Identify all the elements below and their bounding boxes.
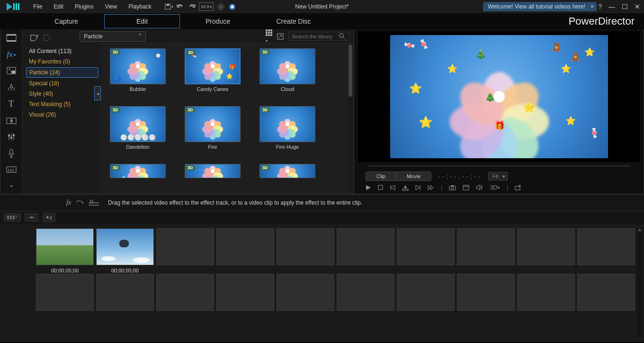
remove-tag-icon[interactable]: [43, 34, 52, 43]
category-special[interactable]: Special (18): [26, 79, 98, 88]
maximize-icon[interactable]: ☐: [620, 2, 630, 11]
storyboard-cell[interactable]: [337, 228, 394, 265]
playback-scrubber[interactable]: [367, 165, 630, 167]
minimize-icon[interactable]: —: [607, 2, 617, 11]
effect-thumb[interactable]: 3D⚪⚪⚪⚪⚪Dandelion: [110, 106, 166, 150]
media-room-icon[interactable]: [5, 33, 18, 43]
notification-icon[interactable]: [228, 2, 236, 11]
grid-view-icon[interactable]: ▾: [266, 29, 272, 44]
more-rooms-icon[interactable]: ˅: [5, 184, 18, 194]
title-room-icon[interactable]: T: [5, 99, 18, 109]
storyboard-cell[interactable]: 00;00;05;00: [36, 228, 94, 265]
effect-thumb[interactable]: 3D🔵⚪🔵Bubble: [110, 48, 166, 92]
category-particle[interactable]: Particle (24): [26, 67, 98, 78]
add-music-icon[interactable]: +♪: [46, 214, 52, 221]
add-tag-icon[interactable]: +: [30, 34, 39, 43]
seek-icon[interactable]: [402, 184, 409, 191]
pip-room-icon[interactable]: ✦: [5, 66, 18, 76]
menu-view[interactable]: View: [100, 1, 122, 12]
storyboard-cell[interactable]: [337, 274, 394, 311]
voiceover-room-icon[interactable]: [5, 148, 18, 158]
tab-produce[interactable]: Produce: [180, 15, 256, 28]
quality-icon[interactable]: [463, 185, 469, 190]
particle-room-icon[interactable]: [5, 82, 18, 92]
effect-thumb[interactable]: 3D: [185, 164, 241, 178]
prev-frame-icon[interactable]: [390, 185, 395, 190]
storyboard-cell[interactable]: [216, 274, 274, 311]
tab-create-disc[interactable]: Create Disc: [256, 15, 331, 28]
storyboard-cell[interactable]: [517, 274, 575, 311]
category-textmasking[interactable]: Text Masking (5): [26, 99, 98, 109]
category-all[interactable]: All Content (113): [26, 46, 98, 56]
effect-thumb[interactable]: 3D: [259, 164, 315, 178]
svg-rect-47: [378, 185, 383, 190]
storyboard-cell[interactable]: [96, 274, 154, 311]
snapshot-icon[interactable]: [449, 185, 456, 190]
zoom-fit-dropdown[interactable]: Fit▾: [488, 172, 507, 181]
aspect-ratio-button[interactable]: 16:9▾: [199, 2, 214, 11]
search-input[interactable]: [292, 34, 339, 39]
storyboard-cell[interactable]: [216, 228, 274, 265]
category-style[interactable]: Style (40): [26, 89, 98, 99]
scrollbar-thumb[interactable]: [349, 45, 352, 97]
undock-icon[interactable]: [515, 185, 521, 190]
storyboard-cell[interactable]: [397, 228, 455, 265]
storyboard-cell[interactable]: [577, 274, 635, 311]
search-box[interactable]: [288, 32, 350, 41]
chapter-room-icon[interactable]: 123: [5, 165, 18, 175]
fast-forward-icon[interactable]: [428, 185, 434, 190]
play-icon[interactable]: [366, 185, 371, 190]
effect-thumb[interactable]: 3DFire Huge: [259, 106, 315, 150]
timeline-scrollbar[interactable]: [637, 228, 642, 337]
settings-icon[interactable]: [216, 2, 225, 11]
undo-icon[interactable]: [176, 2, 185, 11]
storyboard-cell[interactable]: [156, 274, 214, 311]
help-icon[interactable]: ?: [596, 2, 604, 11]
audio-mix-room-icon[interactable]: [5, 132, 18, 142]
timeline-scroll-up-icon[interactable]: [638, 228, 642, 231]
redo-icon[interactable]: [188, 2, 196, 11]
effect-thumb[interactable]: 3DCloud: [259, 48, 315, 92]
3d-button[interactable]: 3D ▾: [490, 184, 500, 191]
clip-mode-button[interactable]: Clip: [366, 172, 396, 181]
preview-viewport[interactable]: 🍬 🍬 🎄 ⭐ ⭐ ⭐ ⭐ ⭐ 🧸 🧸 🎁 🎄 ⭐ 🍬 ⭐: [358, 31, 640, 162]
save-icon[interactable]: ▾: [165, 2, 173, 11]
storyboard-cell[interactable]: [36, 274, 94, 311]
effect-thumb[interactable]: 3D🍬⭐🎁Candy Canes: [185, 48, 241, 92]
library-filter-dropdown[interactable]: Particle˅: [80, 31, 146, 42]
volume-icon[interactable]: [476, 184, 483, 190]
storyboard-cell[interactable]: [277, 274, 334, 311]
storyboard-cell[interactable]: [457, 274, 515, 311]
storyboard-cell[interactable]: 00;00;05;00: [96, 228, 154, 265]
storyboard-cell[interactable]: [397, 274, 455, 311]
storyboard-cell[interactable]: [156, 228, 214, 265]
close-icon[interactable]: ✕: [633, 2, 642, 11]
storyboard-cell[interactable]: [577, 228, 635, 265]
category-favorites[interactable]: My Favorites (0): [26, 57, 98, 66]
welcome-banner[interactable]: Welcome! View all tutorial videos here! …: [483, 2, 597, 11]
app-logo: [6, 1, 25, 12]
expand-view-icon[interactable]: [277, 33, 284, 40]
welcome-close-icon[interactable]: ×: [590, 3, 594, 10]
storyboard-cell[interactable]: [277, 228, 334, 265]
fx-room-icon[interactable]: fx◂: [5, 50, 18, 60]
menu-file[interactable]: File: [28, 1, 47, 12]
movie-mode-button[interactable]: Movie: [396, 172, 431, 181]
menu-edit[interactable]: Edit: [49, 1, 68, 12]
category-visual[interactable]: Visual (26): [26, 110, 98, 119]
stop-icon[interactable]: [378, 185, 383, 190]
tab-edit[interactable]: Edit: [104, 14, 180, 28]
effect-thumb[interactable]: 3DFire: [185, 106, 241, 150]
storyboard-view-icon[interactable]: [7, 215, 15, 220]
effect-thumb[interactable]: 3D❄: [110, 164, 166, 178]
library-scrollbar[interactable]: [348, 44, 353, 192]
snap-icon[interactable]: [28, 215, 36, 220]
menu-playback[interactable]: Playback: [124, 1, 156, 12]
storyboard-cell[interactable]: [517, 228, 575, 265]
next-frame-icon[interactable]: [415, 185, 421, 190]
storyboard-cell[interactable]: [457, 228, 515, 265]
search-icon[interactable]: [339, 33, 345, 39]
transition-room-icon[interactable]: [5, 116, 18, 126]
menu-plugins[interactable]: Plugins: [70, 1, 98, 12]
tab-capture[interactable]: Capture: [28, 15, 104, 28]
